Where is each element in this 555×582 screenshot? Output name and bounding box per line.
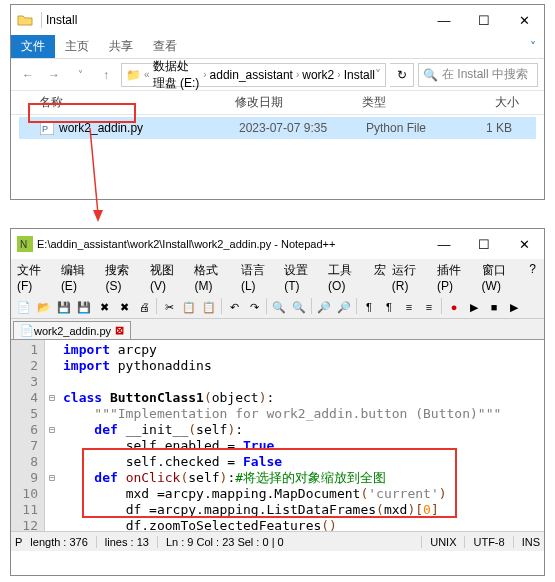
svg-marker-3 [93,210,103,222]
menu-help[interactable]: ? [527,261,538,294]
minimize-button[interactable]: — [424,229,464,259]
undo-icon[interactable]: ↶ [225,298,243,316]
status-length: length : 376 [30,536,97,548]
highlight-box [28,103,136,123]
print-icon[interactable]: 🖨 [135,298,153,316]
search-placeholder: 在 Install 中搜索 [442,66,528,83]
breadcrumb[interactable]: 📁 « 数据处理盘 (E:) › addin_assistant › work2… [121,63,386,87]
stop-icon[interactable]: ■ [485,298,503,316]
status-lines: lines : 13 [105,536,158,548]
file-type: Python File [366,121,466,135]
address-bar: ← → ˅ ↑ 📁 « 数据处理盘 (E:) › addin_assistant… [11,59,544,91]
toolbar: 📄 📂 💾 💾 ✖ ✖ 🖨 ✂ 📋 📋 ↶ ↷ 🔍 🔍 🔎 🔎 ¶ ¶ ≡ ≡ … [11,296,544,319]
separator [356,298,357,314]
tab-view[interactable]: 查看 [143,35,187,58]
svg-text:N: N [20,239,27,250]
menu-run[interactable]: 运行(R) [390,261,433,294]
open-icon[interactable]: 📂 [35,298,53,316]
menu-macro[interactable]: 宏 [372,261,388,294]
find-icon[interactable]: 🔍 [270,298,288,316]
status-enc: UTF-8 [473,536,513,548]
ribbon-expand-icon[interactable]: ˅ [530,40,536,54]
status-eol: UNIX [430,536,465,548]
menu-search[interactable]: 搜索(S) [103,261,146,294]
arrow-annotation [80,128,120,228]
play-icon[interactable]: ▶ [465,298,483,316]
header-size[interactable]: 大小 [462,94,544,111]
menu-view[interactable]: 视图(V) [148,261,191,294]
status-ins: INS [522,536,540,548]
forward-button[interactable]: → [43,64,65,86]
chevron-right-icon: « [144,69,150,80]
zoomin-icon[interactable]: 🔎 [315,298,333,316]
record-icon[interactable]: ● [445,298,463,316]
menu-tools[interactable]: 工具(O) [326,261,370,294]
folder-icon [17,12,33,28]
close-icon[interactable]: ✖ [95,298,113,316]
editor-tab[interactable]: 📄 work2_addin.py ⊠ [13,321,131,339]
search-icon: 🔍 [423,68,438,82]
status-pos: Ln : 9 Col : 23 Sel : 0 | 0 [166,536,422,548]
breadcrumb-part[interactable]: work2 [302,68,334,82]
dropdown-icon[interactable]: ˅ [375,68,381,82]
replace-icon[interactable]: 🔍 [290,298,308,316]
tab-home[interactable]: 主页 [55,35,99,58]
breadcrumb-part[interactable]: Install [344,68,375,82]
copy-icon[interactable]: 📋 [180,298,198,316]
separator [311,298,312,314]
menu-settings[interactable]: 设置(T) [282,261,324,294]
maximize-button[interactable]: ☐ [464,229,504,259]
chevron-right-icon: › [203,69,206,80]
chevron-right-icon: › [296,69,299,80]
search-input[interactable]: 🔍 在 Install 中搜索 [418,63,538,87]
separator [266,298,267,314]
save-icon[interactable]: 💾 [55,298,73,316]
window-controls: — ☐ ✕ [424,5,544,35]
close-button[interactable]: ✕ [504,5,544,35]
status-bar: P length : 376 lines : 13 Ln : 9 Col : 2… [11,531,544,551]
header-type[interactable]: 类型 [362,94,462,111]
breadcrumb-part[interactable]: addin_assistant [210,68,293,82]
zoomout-icon[interactable]: 🔎 [335,298,353,316]
fold-column[interactable]: ⊟⊟⊟ [45,340,59,531]
closeall-icon[interactable]: ✖ [115,298,133,316]
breadcrumb-part[interactable]: 数据处理盘 (E:) [153,58,201,92]
menu-plugins[interactable]: 插件(P) [435,261,478,294]
notepad-titlebar: N E:\addin_assistant\work2\Install\work2… [11,229,544,259]
pc-icon: 📁 [126,68,141,82]
wrap-icon[interactable]: ¶ [360,298,378,316]
tab-icon: 📄 [20,324,34,337]
menu-format[interactable]: 格式(M) [192,261,236,294]
tab-file[interactable]: 文件 [11,35,55,58]
fold-icon[interactable]: ≡ [420,298,438,316]
minimize-button[interactable]: — [424,5,464,35]
up-button[interactable]: ↑ [95,64,117,86]
notepad-title: E:\addin_assistant\work2\Install\work2_a… [37,238,424,250]
highlight-box [82,448,457,518]
back-button[interactable]: ← [17,64,39,86]
menu-lang[interactable]: 语言(L) [239,261,280,294]
recent-button[interactable]: ˅ [69,64,91,86]
close-button[interactable]: ✕ [504,229,544,259]
redo-icon[interactable]: ↷ [245,298,263,316]
menu-edit[interactable]: 编辑(E) [59,261,102,294]
file-date: 2023-07-07 9:35 [239,121,366,135]
notepadpp-window: N E:\addin_assistant\work2\Install\work2… [10,228,545,576]
separator [156,298,157,314]
line-numbers: 123456789101112 [11,340,45,531]
refresh-button[interactable]: ↻ [390,63,414,87]
allchars-icon[interactable]: ¶ [380,298,398,316]
separator [221,298,222,314]
playback-icon[interactable]: ▶ [505,298,523,316]
cut-icon[interactable]: ✂ [160,298,178,316]
menu-window[interactable]: 窗口(W) [480,261,526,294]
maximize-button[interactable]: ☐ [464,5,504,35]
header-date[interactable]: 修改日期 [235,94,362,111]
menu-file[interactable]: 文件(F) [15,261,57,294]
saveall-icon[interactable]: 💾 [75,298,93,316]
tab-share[interactable]: 共享 [99,35,143,58]
paste-icon[interactable]: 📋 [200,298,218,316]
new-icon[interactable]: 📄 [15,298,33,316]
tab-close-icon[interactable]: ⊠ [115,324,124,337]
indent-icon[interactable]: ≡ [400,298,418,316]
